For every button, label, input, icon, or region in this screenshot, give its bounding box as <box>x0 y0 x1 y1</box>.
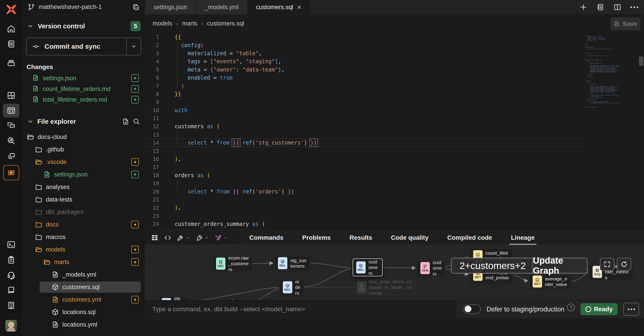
code-line[interactable]: 21 <box>145 196 584 204</box>
defer-toggle[interactable] <box>463 305 481 314</box>
panel-tab-results[interactable]: Results <box>340 230 382 245</box>
changed-file-row[interactable]: total_lifetime_orders.md+ <box>22 94 145 105</box>
lineage-node-ecom-raw-customers[interactable]: SRCecom.raw_customers <box>213 257 252 271</box>
version-control-header[interactable]: Version control 5 <box>22 14 145 31</box>
code-view-icon[interactable] <box>164 234 172 242</box>
editor-scrollbar[interactable] <box>639 56 643 66</box>
file-tree-item--vscode[interactable]: .vscode <box>22 156 145 168</box>
code-line[interactable]: 20 select * from {{ ref('orders') }} <box>145 187 584 195</box>
code-line[interactable]: 17 <box>145 163 584 171</box>
terminal-icon[interactable] <box>3 238 20 252</box>
code-line[interactable]: 19 <box>145 179 584 187</box>
editor-minimap[interactable]: {{ config( materialized = "table", tags … <box>585 35 619 108</box>
breadcrumb-segment[interactable]: marts <box>182 20 197 27</box>
windows-icon[interactable] <box>3 149 20 163</box>
archive-icon[interactable] <box>3 56 20 70</box>
code-line[interactable]: 8}} <box>145 90 584 98</box>
lineage-node-test-order-items[interactable]: TSTtest_order_items_compute_to_bools _co… <box>354 280 415 295</box>
insights-icon[interactable] <box>3 134 20 148</box>
code-line[interactable]: 15 <box>145 147 584 155</box>
code-editor[interactable]: 1{{2 config(3 materialized = "table",4 t… <box>145 33 584 228</box>
changed-file-row[interactable]: settings.json+ <box>22 73 145 83</box>
chevron-down-icon[interactable] <box>224 236 228 240</box>
panel-tab-code-quality[interactable]: Code quality <box>382 230 438 245</box>
lineage-node-average-order-value[interactable]: METaverage_order_value <box>529 275 572 288</box>
code-line[interactable]: 16), <box>145 155 584 163</box>
headset-icon[interactable] <box>3 268 20 282</box>
notebook-panel-icon[interactable] <box>596 3 604 11</box>
file-tree-item-models[interactable]: models <box>22 243 145 256</box>
build-tools-icon[interactable] <box>177 234 190 242</box>
code-line[interactable]: 3 materialized = "table", <box>145 49 584 57</box>
code-line[interactable]: 18orders as ( <box>145 171 584 179</box>
search-icon[interactable] <box>132 118 140 125</box>
close-tab-icon[interactable]: × <box>297 4 301 11</box>
lineage-node-customers-semantic[interactable]: SEMcustomers <box>417 261 445 275</box>
chevron-down-icon[interactable] <box>26 118 34 125</box>
lineage-selector-input[interactable]: 2+customers+2 <box>452 258 532 273</box>
status-badge[interactable]: Ready <box>580 303 618 315</box>
split-editor-icon[interactable] <box>613 3 622 11</box>
file-tree-item-marts[interactable]: marts <box>22 256 145 268</box>
notebook-icon[interactable] <box>3 37 20 51</box>
file-tree-item-locations-yml[interactable]: locations.yml <box>22 318 145 331</box>
dbt-assist-icon[interactable] <box>3 165 19 180</box>
lineage-node-orders[interactable]: MDLorders <box>280 280 304 295</box>
copilot-sparkle-icon[interactable] <box>214 234 228 242</box>
save-button[interactable]: Save <box>610 17 640 30</box>
dashboard-icon[interactable] <box>3 88 20 102</box>
breadcrumb-segment[interactable]: customers.sql <box>207 20 244 27</box>
branch-name[interactable]: matthewshaver-patch-1 <box>39 3 128 10</box>
panel-tab-commands[interactable]: Commands <box>240 230 293 245</box>
more-options-icon[interactable] <box>630 6 638 8</box>
file-tree-item-dbt-packages[interactable]: dbt_packages <box>22 206 145 218</box>
code-line[interactable]: 2 config( <box>145 41 584 49</box>
format-icon[interactable] <box>196 234 209 242</box>
commit-options-dropdown[interactable] <box>126 38 141 55</box>
file-tree-item--models-yml[interactable]: _models.yml <box>22 268 145 281</box>
editor-tab-customers-sql[interactable]: customers.sql× <box>248 0 310 14</box>
code-line[interactable]: 4 tags = ["events", "staging"], <box>145 57 584 65</box>
code-line[interactable]: 7 ) <box>145 82 584 90</box>
code-line[interactable]: 13 <box>145 131 584 139</box>
dbt-logo-icon[interactable] <box>5 3 17 15</box>
editor-tab--models-yml[interactable]: _models.yml <box>196 0 248 14</box>
breadcrumb-segment[interactable]: models <box>153 20 172 27</box>
code-line[interactable]: 10with <box>145 106 584 114</box>
panel-tab-problems[interactable]: Problems <box>293 230 340 245</box>
code-line[interactable]: 9 <box>145 98 584 106</box>
chevron-down-icon[interactable] <box>204 236 209 240</box>
file-tree-item-analyses[interactable]: analyses <box>22 181 145 193</box>
new-tab-icon[interactable] <box>580 3 588 11</box>
refresh-graph-button[interactable] <box>617 258 631 271</box>
editor-tab-settings-json[interactable]: settings.json <box>145 0 196 14</box>
file-tree-item-docs-cloud[interactable]: docs-cloud <box>22 131 145 143</box>
file-tree-item-settings-json[interactable]: settings.json+ <box>22 168 145 181</box>
canvas-icon[interactable] <box>3 119 20 133</box>
chevron-down-icon[interactable] <box>186 236 190 240</box>
file-tree-item-data-tests[interactable]: data-tests <box>22 193 145 206</box>
copy-icon[interactable] <box>132 3 140 11</box>
commit-and-sync-button[interactable]: Commit and sync <box>26 37 141 55</box>
file-tree-item-docs[interactable]: docs <box>22 218 145 231</box>
file-tree-item--github[interactable]: .github <box>22 143 145 156</box>
code-line[interactable]: 11 <box>145 114 584 122</box>
home-icon[interactable] <box>3 22 20 36</box>
fullscreen-button[interactable] <box>600 258 614 271</box>
lineage-canvas[interactable]: SRCecom.raw_customersMDLstg_customersMDL… <box>145 245 644 300</box>
code-line[interactable]: 1{{ <box>145 33 584 41</box>
code-line[interactable]: 24customer_orders_summary as ( <box>145 220 584 228</box>
more-actions-button[interactable] <box>624 303 639 316</box>
code-line[interactable]: 12customers as ( <box>145 122 584 130</box>
user-avatar[interactable] <box>5 320 17 332</box>
changed-file-row[interactable]: count_lifetime_orders.md+ <box>22 83 145 94</box>
lineage-node-stg-orders[interactable]: MDLstg_orders <box>158 296 187 300</box>
lineage-node-stg-customers[interactable]: MDLstg_customers <box>274 256 310 270</box>
docs-book-icon[interactable] <box>3 283 20 297</box>
panel-tab-lineage[interactable]: Lineage <box>502 230 544 245</box>
code-editor-icon[interactable] <box>3 104 20 117</box>
help-icon[interactable]: ? <box>567 304 575 311</box>
clipboard-icon[interactable] <box>3 253 20 267</box>
file-tree-item-macros[interactable]: macros <box>22 231 145 243</box>
code-line[interactable]: 5 meta = {"owner": "data-team"}, <box>145 66 584 74</box>
